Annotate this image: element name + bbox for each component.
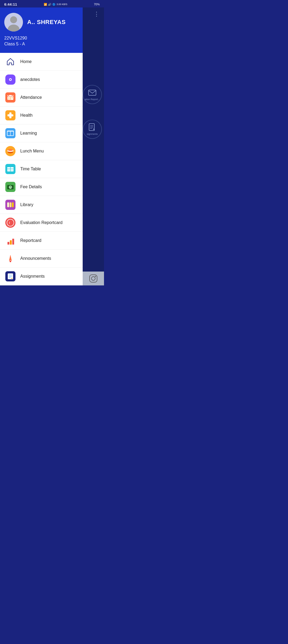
nav-item-fee-details[interactable]: $ Fee Details — [0, 178, 83, 196]
svg-rect-9 — [12, 94, 13, 96]
nav-item-library[interactable]: Library — [0, 196, 83, 214]
right-bottom-bar — [83, 272, 104, 285]
profile-id: 22VVS1290 — [4, 36, 78, 41]
profile-name-text: A.. SHREYAS — [27, 19, 66, 26]
app-container: A.. SHREYAS 22VVS1290 Class 5 - A Home — [0, 7, 104, 285]
status-icons: 📶 🔊 🔵 3.00 KB/S — [44, 3, 67, 6]
svg-rect-11 — [9, 97, 9, 98]
nav-item-learning[interactable]: Learning — [0, 124, 83, 142]
assignments-icon — [5, 271, 15, 281]
svg-rect-53 — [89, 90, 96, 95]
nav-item-reportcard[interactable]: Reportcard — [0, 232, 83, 250]
nav-label-fee-details: Fee Details — [20, 184, 42, 189]
nav-item-eval-reportcard[interactable]: i Evaluation Reportcard — [0, 214, 83, 232]
svg-rect-37 — [10, 202, 11, 207]
nav-label-learning: Learning — [20, 131, 37, 136]
health-icon — [5, 110, 15, 120]
nav-item-anecdotes[interactable]: anecdotes — [0, 71, 83, 89]
drawer-header: A.. SHREYAS 22VVS1290 Class 5 - A — [0, 7, 83, 53]
nav-label-reportcard: Reportcard — [20, 238, 41, 243]
more-options-button[interactable]: ⋮ — [94, 11, 100, 18]
nav-label-home: Home — [20, 59, 32, 64]
right-panel: ⋮ ation Report... signments — [83, 7, 104, 285]
assignments-doc-icon — [88, 123, 97, 132]
svg-rect-15 — [10, 99, 11, 99]
nav-item-health[interactable]: Health — [0, 107, 83, 124]
svg-point-60 — [95, 276, 96, 277]
svg-point-59 — [91, 277, 95, 280]
svg-rect-38 — [12, 202, 14, 207]
status-bar: 6:44:11 📶 🔊 🔵 3.00 KB/S 70% — [0, 0, 104, 7]
nav-label-attendance: Attendance — [20, 95, 42, 100]
svg-rect-14 — [9, 99, 9, 99]
library-icon — [5, 200, 15, 210]
announcements-icon — [5, 253, 15, 264]
eval-icon: i — [5, 218, 15, 228]
envelope-icon — [88, 88, 97, 97]
svg-point-25 — [8, 149, 13, 151]
assignments-circle-button[interactable]: signments — [83, 120, 102, 139]
bluetooth-icon: 🔵 — [52, 3, 55, 6]
wifi-icon: 🔊 — [48, 3, 51, 6]
svg-rect-18 — [7, 114, 13, 116]
nav-item-time-table[interactable]: Time Table — [0, 160, 83, 178]
attendance-icon — [5, 92, 15, 103]
svg-rect-36 — [7, 202, 9, 207]
svg-rect-58 — [90, 275, 97, 282]
eval-report-circle-button[interactable]: ation Report... — [83, 85, 102, 104]
svg-rect-12 — [10, 97, 11, 98]
home-icon — [5, 57, 15, 67]
svg-rect-43 — [10, 240, 12, 245]
nav-label-lunch-menu: Lunch Menu — [20, 149, 44, 154]
avatar — [4, 13, 23, 32]
profile-row: A.. SHREYAS — [4, 13, 78, 32]
navigation-drawer: A.. SHREYAS 22VVS1290 Class 5 - A Home — [0, 7, 83, 285]
nav-item-announcements[interactable]: Announcements — [0, 250, 83, 268]
timetable-icon — [5, 164, 15, 174]
learning-icon — [5, 128, 15, 138]
svg-point-1 — [10, 16, 17, 23]
nav-item-assignments[interactable]: Assignments — [0, 268, 83, 285]
reportcard-icon — [5, 235, 15, 246]
assignments-label: signments — [87, 133, 98, 135]
svg-point-5 — [10, 79, 11, 80]
nav-label-time-table: Time Table — [20, 167, 41, 171]
eval-report-label: ation Report... — [85, 98, 100, 101]
avatar-svg — [4, 13, 23, 32]
nav-label-assignments: Assignments — [20, 274, 45, 279]
status-battery: 70% — [94, 3, 100, 6]
network-speed: 3.00 KB/S — [57, 3, 67, 6]
nav-label-library: Library — [20, 202, 33, 207]
nav-label-health: Health — [20, 113, 33, 118]
status-time: 6:44:11 — [4, 2, 17, 6]
profile-class: Class 5 - A — [4, 42, 78, 46]
nav-item-home[interactable]: Home — [0, 53, 83, 71]
svg-rect-42 — [7, 242, 9, 245]
svg-text:i: i — [9, 221, 10, 224]
fee-icon: $ — [5, 182, 15, 192]
nav-item-lunch-menu[interactable]: Lunch Menu — [0, 142, 83, 160]
signal-icon: 📶 — [44, 3, 47, 6]
nav-item-attendance[interactable]: Attendance — [0, 89, 83, 107]
svg-rect-44 — [12, 239, 14, 245]
lunch-icon — [5, 146, 15, 156]
nav-label-anecdotes: anecdotes — [20, 77, 40, 82]
svg-point-47 — [10, 261, 11, 262]
svg-text:$: $ — [10, 186, 11, 189]
anecdotes-icon — [5, 74, 15, 85]
svg-marker-46 — [9, 255, 12, 261]
svg-rect-8 — [8, 94, 9, 96]
avatar-image — [4, 13, 23, 32]
nav-label-announcements: Announcements — [20, 256, 51, 261]
instagram-icon — [89, 274, 98, 283]
nav-label-eval-reportcard: Evaluation Reportcard — [20, 220, 62, 225]
svg-rect-13 — [12, 97, 13, 98]
nav-list: Home anecdotes — [0, 53, 83, 285]
